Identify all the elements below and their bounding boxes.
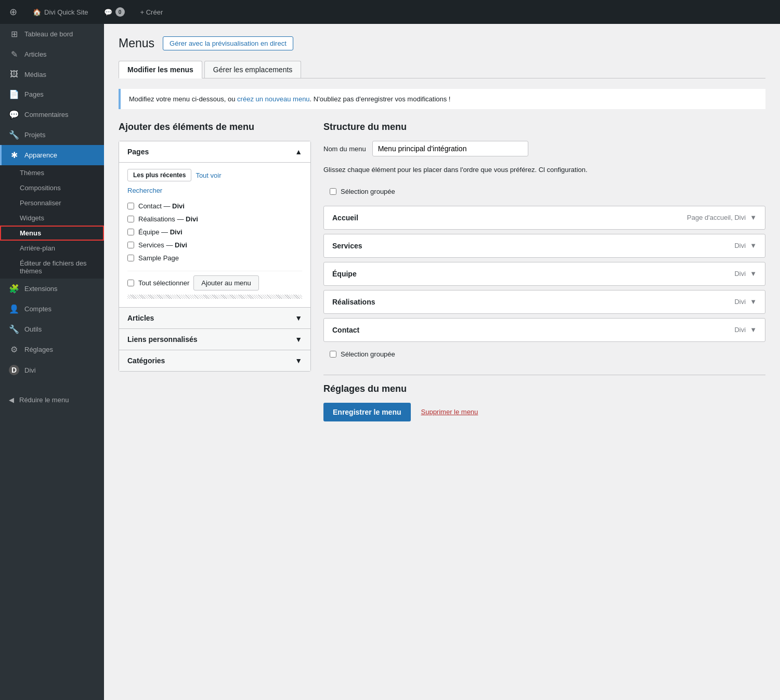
page-checkbox-equipe[interactable] xyxy=(127,229,134,235)
sub-tab-recentes[interactable]: Les plus récentes xyxy=(127,169,191,181)
menu-item-right-equipe: Divi ▼ xyxy=(734,270,757,278)
menu-item-tag-contact: Divi xyxy=(734,326,746,334)
delete-menu-link[interactable]: Supprimer le menu xyxy=(421,408,478,416)
comments-link[interactable]: 💬 0 xyxy=(101,0,128,24)
two-col-layout: Ajouter des éléments de menu Pages ▲ Les… xyxy=(119,122,765,421)
menu-structure-title: Structure du menu xyxy=(323,122,765,133)
tab-modifier-menus[interactable]: Modifier les menus xyxy=(119,61,202,78)
sidebar-item-themes[interactable]: Thèmes xyxy=(0,165,104,180)
pages-icon: 📄 xyxy=(9,89,19,99)
sidebar-item-projets[interactable]: 🔧 Projets xyxy=(0,125,104,145)
tools-icon: 🔧 xyxy=(9,324,19,334)
menu-item-chevron-contact[interactable]: ▼ xyxy=(750,326,757,334)
sidebar-item-compositions[interactable]: Compositions xyxy=(0,180,104,195)
menu-item-accueil: Accueil Page d'accueil, Divi ▼ xyxy=(323,206,765,230)
preview-button[interactable]: Gérer avec la prévisualisation en direct xyxy=(163,36,293,50)
menu-item-name-realisations: Réalisations xyxy=(332,298,375,306)
articles-accordion-label: Articles xyxy=(127,314,154,322)
top-group-checkbox[interactable] xyxy=(330,188,336,195)
pages-accordion-label: Pages xyxy=(127,148,149,156)
add-elements-title: Ajouter des éléments de menu xyxy=(119,122,311,133)
site-name[interactable]: 🏠 Divi Quick Site xyxy=(30,0,92,24)
page-checkbox-sample[interactable] xyxy=(127,255,134,261)
reduire-icon: ◀ xyxy=(9,396,14,404)
bottom-group-label: Sélection groupée xyxy=(341,350,395,358)
menu-item-services: Services Divi ▼ xyxy=(323,234,765,258)
sub-tab-tout-voir[interactable]: Tout voir xyxy=(196,169,221,181)
menu-name-input[interactable] xyxy=(372,141,528,156)
comments-icon: 💬 xyxy=(9,110,19,120)
wp-logo[interactable]: ⊕ xyxy=(6,0,20,24)
menu-item-chevron-realisations[interactable]: ▼ xyxy=(750,298,757,306)
categories-accordion-header[interactable]: Catégories ▼ xyxy=(119,350,310,371)
bottom-group-selection-row: Sélection groupée xyxy=(323,346,765,362)
articles-icon: ✎ xyxy=(9,49,19,59)
menu-items-list: Accueil Page d'accueil, Divi ▼ Services … xyxy=(323,206,765,342)
bottom-group-checkbox[interactable] xyxy=(330,351,336,358)
menu-item-tag-realisations: Divi xyxy=(734,298,746,306)
top-group-label: Sélection groupée xyxy=(341,188,395,195)
page-label-realisations: Réalisations — Divi xyxy=(138,215,198,223)
menu-item-chevron-equipe[interactable]: ▼ xyxy=(750,270,757,278)
sidebar-item-editeur-fichiers[interactable]: Éditeur de fichiers des thèmes xyxy=(0,256,104,279)
add-to-menu-button[interactable]: Ajouter au menu xyxy=(193,275,258,290)
page-label-contact: Contact — Divi xyxy=(138,202,185,210)
sidebar-item-extensions[interactable]: 🧩 Extensions xyxy=(0,279,104,299)
pages-checkbox-list: Contact — Divi Réalisations — Divi Équip… xyxy=(127,200,302,265)
menu-item-name-services: Services xyxy=(332,242,362,250)
menu-item-chevron-accueil[interactable]: ▼ xyxy=(750,214,757,221)
liens-accordion-header[interactable]: Liens personnalisés ▼ xyxy=(119,329,310,350)
menu-item-name-equipe: Équipe xyxy=(332,270,357,278)
sidebar-item-divi[interactable]: D Divi xyxy=(0,360,104,380)
pages-sub-tabs: Les plus récentes Tout voir xyxy=(127,169,302,181)
page-item-services: Services — Divi xyxy=(127,239,302,252)
articles-accordion-header[interactable]: Articles ▼ xyxy=(119,308,310,329)
sidebar-item-reglages[interactable]: ⚙ Réglages xyxy=(0,339,104,360)
main-content: Menus Gérer avec la prévisualisation en … xyxy=(104,24,780,700)
sidebar-item-medias[interactable]: 🖼 Médias xyxy=(0,64,104,84)
page-header: Menus Gérer avec la prévisualisation en … xyxy=(119,36,765,50)
settings-icon: ⚙ xyxy=(9,345,19,354)
page-checkbox-services[interactable] xyxy=(127,242,134,248)
create-button[interactable]: + Créer xyxy=(137,0,166,24)
menu-description: Glissez chaque élément pour les placer d… xyxy=(323,165,765,175)
sidebar-item-articles[interactable]: ✎ Articles xyxy=(0,44,104,64)
save-row: Enregistrer le menu Supprimer le menu xyxy=(323,403,765,421)
divi-icon: D xyxy=(9,365,19,375)
page-item-contact: Contact — Divi xyxy=(127,200,302,213)
projects-icon: 🔧 xyxy=(9,130,19,140)
sidebar-item-reduire[interactable]: ◀ Réduire le menu xyxy=(0,391,104,409)
sidebar-item-outils[interactable]: 🔧 Outils xyxy=(0,319,104,339)
rechercher-link[interactable]: Rechercher xyxy=(127,187,302,194)
page-label-sample: Sample Page xyxy=(138,254,179,262)
liens-accordion-label: Liens personnalisés xyxy=(127,335,198,344)
sidebar-item-menus[interactable]: Menus xyxy=(0,226,104,241)
sidebar-item-comptes[interactable]: 👤 Comptes xyxy=(0,299,104,319)
extensions-icon: 🧩 xyxy=(9,284,19,294)
sidebar-item-commentaires[interactable]: 💬 Commentaires xyxy=(0,104,104,125)
menu-structure-panel: Structure du menu Nom du menu Glissez ch… xyxy=(323,122,765,421)
menu-name-label: Nom du menu xyxy=(323,145,366,153)
home-icon: 🏠 xyxy=(33,8,41,16)
sidebar-item-pages[interactable]: 📄 Pages xyxy=(0,84,104,104)
page-label-equipe: Équipe — Divi xyxy=(138,228,183,236)
save-menu-button[interactable]: Enregistrer le menu xyxy=(323,403,411,421)
select-all-row: Tout sélectionner Ajouter au menu xyxy=(127,271,302,295)
create-menu-link[interactable]: créez un nouveau menu xyxy=(237,95,309,103)
appearance-icon: ✱ xyxy=(9,150,19,160)
notice-text-after: . N'oubliez pas d'enregistrer vos modifi… xyxy=(310,95,451,103)
select-all-checkbox[interactable] xyxy=(127,280,134,286)
tab-gerer-emplacements[interactable]: Gérer les emplacements xyxy=(204,61,302,78)
page-checkbox-realisations[interactable] xyxy=(127,216,134,222)
pages-accordion-header[interactable]: Pages ▲ xyxy=(119,141,310,163)
sidebar-item-apparence[interactable]: ✱ Apparence xyxy=(0,145,104,165)
resize-handle[interactable] xyxy=(127,295,302,299)
sidebar-item-arriere-plan[interactable]: Arrière-plan xyxy=(0,241,104,256)
page-checkbox-contact[interactable] xyxy=(127,203,134,209)
sidebar-item-tableau-de-bord[interactable]: ⊞ Tableau de bord xyxy=(0,24,104,44)
sidebar-item-personnaliser[interactable]: Personnaliser xyxy=(0,195,104,210)
menu-item-chevron-services[interactable]: ▼ xyxy=(750,242,757,249)
sidebar-item-widgets[interactable]: Widgets xyxy=(0,210,104,226)
admin-bar: ⊕ 🏠 Divi Quick Site 💬 0 + Créer xyxy=(0,0,780,24)
pages-accordion-chevron: ▲ xyxy=(295,148,302,156)
